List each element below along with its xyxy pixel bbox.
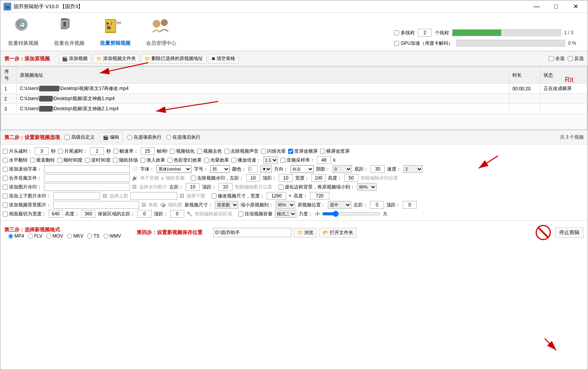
flv-radio[interactable] — [28, 234, 33, 239]
clip-tail-checkbox[interactable] — [58, 149, 63, 154]
fps-input[interactable] — [141, 147, 155, 155]
thread-count-input[interactable] — [418, 29, 432, 37]
position-select[interactable]: 居中 — [328, 201, 351, 209]
scale-select[interactable]: 95% — [276, 201, 295, 209]
color-picker[interactable]: □ — [248, 166, 258, 173]
stop-button[interactable]: 停止剪辑 — [555, 227, 584, 238]
advanced-define-label[interactable]: 高级自定义 — [65, 134, 95, 141]
color-change-checkbox[interactable] — [167, 158, 173, 163]
table-row[interactable]: 1 C:\Users\██████\Desktop\视频\英文17再修改.mp4… — [1, 84, 587, 94]
subtitle-checkbox[interactable] — [3, 167, 8, 172]
compress-label-wrap[interactable]: 压缩视频容量 — [238, 211, 273, 217]
fps-label[interactable]: 帧速率： — [113, 148, 138, 155]
decolor-label[interactable]: 视频去色 — [197, 148, 222, 155]
crop-label-wrap[interactable]: 画面裁切为宽度： — [3, 211, 46, 217]
audio-rate-input[interactable] — [317, 156, 331, 164]
clip-head-label[interactable]: 片头减时： — [3, 148, 32, 155]
sharpen-checkbox[interactable] — [170, 149, 175, 154]
fade-in-label[interactable]: 渐入效果 — [140, 157, 165, 164]
resize-height-input[interactable] — [310, 192, 329, 200]
ts-radio[interactable] — [87, 234, 92, 239]
exec-after-label[interactable]: 在选项后执行 — [166, 134, 201, 141]
random-trans-label[interactable]: 随机转场 — [113, 157, 138, 164]
rotate-ccw-label[interactable]: 逆时90度 — [85, 157, 110, 164]
remove-watermark-checkbox[interactable] — [191, 176, 196, 181]
subtitle-label-wrap[interactable]: 添加滚动字幕： — [3, 166, 42, 173]
toolbar-batch-merge[interactable]: ▐▌ 批量合并视频 — [54, 17, 85, 47]
multithread-checkbox[interactable] — [394, 30, 399, 35]
sharpen-label[interactable]: 视频锐化 — [170, 148, 195, 155]
halo-checkbox[interactable] — [204, 158, 209, 163]
resize-width-input[interactable] — [267, 192, 286, 200]
flip-v-checkbox[interactable] — [30, 158, 35, 163]
resize-label-wrap[interactable]: 修改视频尺寸，宽度： — [211, 193, 264, 199]
watermark-left-input[interactable] — [246, 174, 260, 182]
horizontal-to-vertical-checkbox[interactable] — [320, 149, 325, 154]
watermark-height-input[interactable] — [344, 174, 358, 182]
multithread-checkbox-label[interactable]: 多线程 — [394, 30, 415, 36]
font-size-select[interactable]: 35242840 — [210, 165, 230, 173]
gpu-checkbox[interactable] — [394, 41, 399, 46]
merge-audio-input[interactable] — [44, 174, 130, 182]
format-wmv[interactable]: WMV — [104, 233, 121, 239]
bg-image-checkbox[interactable] — [3, 203, 8, 208]
top-image-input[interactable] — [53, 192, 100, 200]
open-folder-button[interactable]: 📂 打开文件夹 — [319, 228, 357, 238]
format-mp4[interactable]: MP4 — [8, 233, 24, 239]
speed2-select[interactable]: 2 — [403, 165, 423, 173]
close-button[interactable]: ✕ — [567, 0, 584, 13]
advanced-define-checkbox[interactable] — [65, 135, 70, 140]
watermark-width-input[interactable] — [312, 174, 326, 182]
compress-mode-select[interactable]: 模式二 — [275, 210, 296, 218]
bottom-image-input[interactable] — [130, 192, 177, 200]
merge-audio-checkbox[interactable] — [3, 176, 8, 181]
delete-selected-button[interactable]: 📁 删除已选择的原视频地址 — [141, 54, 206, 63]
select-all-checkbox[interactable] — [549, 56, 554, 61]
horizontal-to-vertical-label[interactable]: 横屏改竖屏 — [320, 148, 350, 155]
wmv-radio[interactable] — [104, 234, 109, 239]
exec-after-radio[interactable] — [166, 135, 171, 140]
resize-checkbox[interactable] — [211, 194, 217, 199]
maximize-button[interactable]: □ — [547, 0, 565, 13]
speed-checkbox[interactable] — [231, 158, 236, 163]
exec-before-label[interactable]: 在选项前执行 — [127, 134, 162, 141]
speed-label-wrap[interactable]: 播放倍速： — [231, 157, 261, 164]
audio-rate-checkbox[interactable] — [280, 158, 285, 163]
mp4-radio[interactable] — [8, 234, 13, 239]
remove-audio-checkbox[interactable] — [224, 149, 229, 154]
browse-button[interactable]: 📁 浏览 — [294, 228, 317, 238]
image-watermark-input[interactable] — [44, 183, 130, 191]
vertical-to-horizontal-checkbox[interactable] — [288, 149, 293, 154]
img-top-input[interactable] — [218, 183, 232, 191]
audio-rate-label-wrap[interactable]: 音频采样率： — [280, 157, 315, 164]
clip-head-checkbox[interactable] — [3, 149, 8, 154]
virtual-scale-select[interactable]: 90% — [357, 183, 377, 191]
format-flv[interactable]: FLV — [28, 233, 42, 239]
top-bottom-checkbox[interactable] — [3, 194, 8, 199]
clip-tail-label[interactable]: 片尾减时： — [58, 148, 88, 155]
preserve-top-input[interactable] — [170, 210, 184, 218]
clip-head-input[interactable] — [35, 147, 49, 155]
virtual-border-checkbox[interactable] — [278, 185, 283, 190]
direction-select[interactable]: 向左向右 — [290, 165, 314, 173]
flip-h-checkbox[interactable] — [3, 158, 8, 163]
format-mkv[interactable]: MKV — [67, 233, 83, 239]
format-ts[interactable]: TS — [87, 233, 99, 239]
preserve-left-input[interactable] — [137, 210, 151, 218]
flip-h-label[interactable]: 水平翻转 — [3, 157, 28, 164]
clip-tail-input[interactable] — [90, 147, 104, 155]
clear-table-button[interactable]: ✖ 清空表格 — [208, 54, 239, 63]
mkv-radio[interactable] — [67, 234, 72, 239]
remove-watermark-label[interactable]: 去除视频水印，左距： — [191, 175, 244, 181]
font-select[interactable]: 黑体(simhei 宋体 Arial — [157, 165, 192, 173]
top-bottom-label-wrap[interactable]: 添加上下图片水印： — [3, 193, 51, 199]
speed-select[interactable]: 1.11.21.52.0 — [263, 156, 278, 164]
flicker-label[interactable]: 闪烁光晕 — [261, 148, 286, 155]
decolor-checkbox[interactable] — [197, 149, 202, 154]
image-watermark-label-wrap[interactable]: 添加图片水印： — [3, 184, 42, 190]
rotate-cw-checkbox[interactable] — [57, 158, 62, 163]
select-all-label[interactable]: 全选 — [549, 55, 565, 62]
exec-before-radio[interactable] — [127, 135, 132, 140]
merge-audio-label-wrap[interactable]: 合并音频文件： — [3, 175, 42, 181]
mov-radio[interactable] — [46, 234, 51, 239]
